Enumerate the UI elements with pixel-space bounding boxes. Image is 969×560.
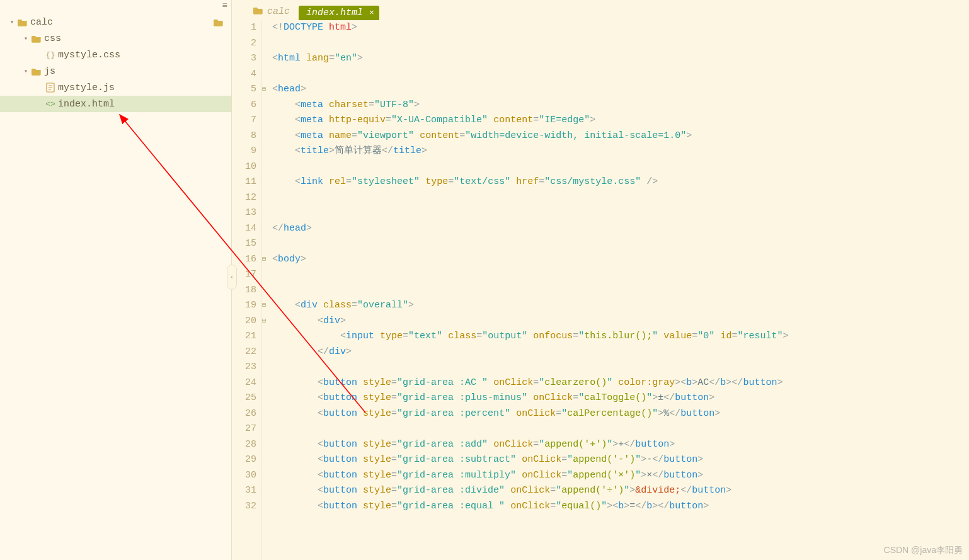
code-line[interactable] [272,205,969,221]
code-line[interactable]: <button style="grid-area :subtract" onCl… [272,452,969,468]
tree-item-label: js [43,66,55,77]
code-line[interactable]: <body> [272,252,969,268]
code-line[interactable]: <head> [272,82,969,98]
line-number: 20 [232,314,256,329]
code-line[interactable]: <div class="overall"> [272,298,969,314]
fold-spacer [262,205,270,221]
fold-spacer [262,468,270,484]
code-line[interactable]: <button style="grid-area :percent" onCli… [272,406,969,422]
fold-toggle-icon[interactable]: ⊟ [262,82,270,98]
line-number: 5 [232,82,256,98]
code-line[interactable] [272,67,969,83]
tree-item-index-html[interactable]: <>index.html [0,96,231,112]
code-line[interactable]: <meta name="viewport" content="width=dev… [272,129,969,144]
code-line[interactable]: <meta charset="UTF-8"> [272,98,969,113]
code-line[interactable]: <button style="grid-area :equal " onClic… [272,499,969,515]
line-number: 7 [232,113,256,129]
line-number: 4 [232,67,256,83]
line-number: 25 [232,391,256,406]
fold-spacer [262,98,270,113]
line-number: 26 [232,406,256,422]
css-file-icon: {} [44,50,57,60]
fold-spacer [262,345,270,360]
fold-spacer [262,51,270,67]
chevron-down-icon: ▾ [8,18,16,26]
code-line[interactable]: <div> [272,314,969,329]
sidebar-menu-icon[interactable]: ≡ [222,1,227,11]
tree-item-mystyle-js[interactable]: mystyle.js [0,79,231,96]
code-editor[interactable]: 1234567891011121314151617181920212223242… [232,20,969,560]
code-line[interactable]: <button style="grid-area :multiply" onCl… [272,468,969,484]
fold-spacer [262,236,270,252]
html-file-icon: <> [44,100,57,109]
line-number: 31 [232,483,256,499]
tree-item-mystyle-css[interactable]: {}mystyle.css [0,47,231,63]
close-icon[interactable]: × [369,8,374,18]
line-number: 2 [232,36,256,52]
line-number: 14 [232,221,256,237]
line-number: 24 [232,375,256,391]
fold-spacer [262,437,270,453]
chevron-down-icon: ▾ [21,67,30,75]
js-file-icon [44,83,57,93]
tab-bar: calc index.html × [232,0,969,20]
code-line[interactable]: <!DOCTYPE html> [272,20,969,36]
code-line[interactable]: <button style="grid-area :add" onClick="… [272,437,969,453]
tab-index-html[interactable]: index.html × [299,6,379,20]
line-number: 6 [232,98,256,113]
line-number: 13 [232,205,256,221]
editor-pane: calc index.html × 1234567891011121314151… [232,0,969,560]
fold-spacer [262,174,270,190]
fold-spacer [262,113,270,129]
folder-icon [30,34,43,43]
code-line[interactable]: <title>简单计算器</title> [272,144,969,159]
line-number: 8 [232,129,256,144]
fold-spacer [262,391,270,406]
code-line[interactable]: <input type="text" class="output" onfocu… [272,329,969,345]
line-number: 30 [232,468,256,484]
code-line[interactable]: </head> [272,221,969,237]
fold-toggle-icon[interactable]: ⊟ [262,298,270,314]
code-line[interactable] [272,267,969,283]
file-tree: ▾ calc ▾css{}mystyle.css▾jsmystyle.js<>i… [0,11,231,112]
line-number: 23 [232,360,256,375]
tree-root-calc[interactable]: ▾ calc [0,14,231,30]
code-line[interactable]: <button style="grid-area :AC " onClick="… [272,375,969,391]
code-line[interactable] [272,190,969,206]
fold-spacer [262,267,270,283]
fold-toggle-icon[interactable]: ⊟ [262,252,270,268]
code-line[interactable]: <button style="grid-area :divide" onClic… [272,483,969,499]
fold-spacer [262,67,270,83]
line-number: 15 [232,236,256,252]
fold-spacer [262,360,270,375]
tree-item-label: mystyle.css [57,50,120,60]
code-line[interactable] [272,236,969,252]
code-line[interactable] [272,421,969,437]
sidebar-collapse-handle[interactable]: ‹ [227,265,237,290]
tree-item-css[interactable]: ▾css [0,30,231,47]
fold-toggle-icon[interactable]: ⊟ [262,314,270,329]
fold-spacer [262,375,270,391]
fold-spacer [262,421,270,437]
code-line[interactable]: <meta http-equiv="X-UA-Compatible" conte… [272,113,969,129]
tree-item-label: css [43,33,61,44]
folder-icon [16,18,29,26]
breadcrumb[interactable]: calc [247,3,296,20]
line-number: 28 [232,437,256,453]
fold-spacer [262,499,270,515]
code-content[interactable]: <!DOCTYPE html> <html lang="en"> <head> … [270,20,969,560]
code-line[interactable]: <html lang="en"> [272,51,969,67]
code-line[interactable] [272,360,969,375]
fold-spacer [262,452,270,468]
folder-icon [30,67,43,76]
code-line[interactable]: <link rel="stylesheet" type="text/css" h… [272,174,969,190]
tree-item-js[interactable]: ▾js [0,63,231,79]
code-line[interactable]: </div> [272,345,969,360]
code-line[interactable] [272,283,969,299]
line-number: 21 [232,329,256,345]
fold-gutter: ⊟⊟⊟⊟ [262,20,270,560]
code-line[interactable] [272,36,969,52]
line-number: 11 [232,174,256,190]
code-line[interactable]: <button style="grid-area :plus-minus" on… [272,391,969,406]
code-line[interactable] [272,159,969,175]
